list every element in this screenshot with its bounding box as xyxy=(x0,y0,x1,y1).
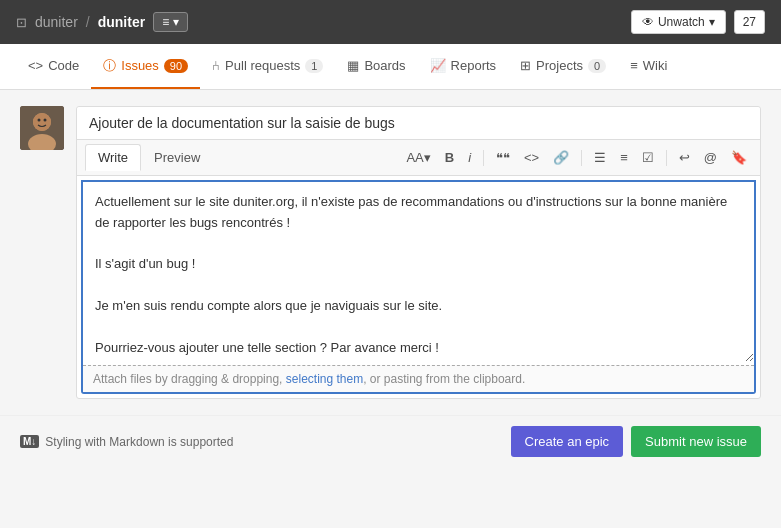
svg-point-4 xyxy=(38,119,41,122)
list-icon: ≡ xyxy=(162,15,169,29)
header: ⊡ duniter / duniter ≡ ▾ Unwatch ▾ 27 xyxy=(0,0,781,44)
undo-icon: ↩ xyxy=(679,150,690,165)
tab-reports-label: Reports xyxy=(451,58,497,73)
italic-button[interactable]: i xyxy=(463,148,476,167)
tab-wiki[interactable]: ≡ Wiki xyxy=(618,44,679,89)
header-actions: Unwatch ▾ 27 xyxy=(631,10,765,34)
attach-area: Attach files by dragging & dropping, sel… xyxy=(83,365,754,392)
bookmark-icon: 🔖 xyxy=(731,150,747,165)
dropdown-chevron-icon: ▾ xyxy=(173,15,179,29)
repo-dropdown-button[interactable]: ≡ ▾ xyxy=(153,12,188,32)
issue-form: Write Preview AA▾ B i ❝❝ xyxy=(76,106,761,399)
bold-icon: B xyxy=(445,150,454,165)
attach-text: Attach files by dragging & dropping, xyxy=(93,372,286,386)
undo-button[interactable]: ↩ xyxy=(674,148,695,167)
ordered-list-icon: ≡ xyxy=(620,150,628,165)
eye-icon xyxy=(642,15,654,29)
ordered-list-button[interactable]: ≡ xyxy=(615,148,633,167)
code-icon: <> xyxy=(524,150,539,165)
preview-tab-label: Preview xyxy=(154,150,200,165)
tab-reports[interactable]: 📈 Reports xyxy=(418,44,509,89)
editor-toolbar: AA▾ B i ❝❝ <> 🔗 xyxy=(401,148,752,167)
tab-issues-label: Issues xyxy=(121,58,159,73)
markdown-icon: M↓ xyxy=(20,435,39,448)
repo-name-link[interactable]: duniter xyxy=(98,14,145,30)
footer-actions: Create an epic Submit new issue xyxy=(511,426,761,457)
link-button[interactable]: 🔗 xyxy=(548,148,574,167)
nav-tabs: <> Code Issues 90 ⑃ Pull requests 1 ▦ Bo… xyxy=(0,44,781,90)
write-tab[interactable]: Write xyxy=(85,144,141,171)
issues-badge: 90 xyxy=(164,59,188,73)
create-epic-button[interactable]: Create an epic xyxy=(511,426,624,457)
code-button[interactable]: <> xyxy=(519,148,544,167)
unordered-list-icon: ☰ xyxy=(594,150,606,165)
footer: M↓ Styling with Markdown is supported Cr… xyxy=(0,415,781,467)
mention-button[interactable]: @ xyxy=(699,148,722,167)
tab-boards[interactable]: ▦ Boards xyxy=(335,44,417,89)
code-icon: <> xyxy=(28,58,43,73)
toolbar-sep-2 xyxy=(581,150,582,166)
issue-title-input[interactable] xyxy=(77,107,760,140)
unordered-list-button[interactable]: ☰ xyxy=(589,148,611,167)
repo-info: ⊡ duniter / duniter ≡ ▾ xyxy=(16,12,188,32)
editor-body: Actuellement sur le site duniter.org, il… xyxy=(81,180,756,394)
italic-icon: i xyxy=(468,150,471,165)
quote-button[interactable]: ❝❝ xyxy=(491,148,515,167)
submit-issue-button[interactable]: Submit new issue xyxy=(631,426,761,457)
projects-badge: 0 xyxy=(588,59,606,73)
issue-body-textarea[interactable]: Actuellement sur le site duniter.org, il… xyxy=(83,182,754,362)
bold-button[interactable]: B xyxy=(440,148,459,167)
font-size-button[interactable]: AA▾ xyxy=(401,148,435,167)
svg-point-5 xyxy=(44,119,47,122)
tab-wiki-label: Wiki xyxy=(643,58,668,73)
footer-markdown-info: M↓ Styling with Markdown is supported xyxy=(20,435,233,449)
font-size-icon: AA▾ xyxy=(406,150,430,165)
quote-icon: ❝❝ xyxy=(496,150,510,165)
tab-pull-requests[interactable]: ⑃ Pull requests 1 xyxy=(200,44,335,89)
repo-icon: ⊡ xyxy=(16,15,27,30)
link-icon: 🔗 xyxy=(553,150,569,165)
toolbar-sep-3 xyxy=(666,150,667,166)
tab-code[interactable]: <> Code xyxy=(16,44,91,89)
tab-projects[interactable]: ⊞ Projects 0 xyxy=(508,44,618,89)
watch-chevron-icon: ▾ xyxy=(709,15,715,29)
svg-point-3 xyxy=(33,113,51,131)
main-content: Write Preview AA▾ B i ❝❝ xyxy=(0,90,781,415)
wiki-icon: ≡ xyxy=(630,58,638,73)
create-epic-label: Create an epic xyxy=(525,434,610,449)
issues-icon xyxy=(103,57,116,75)
mention-icon: @ xyxy=(704,150,717,165)
pr-badge: 1 xyxy=(305,59,323,73)
repo-owner-link[interactable]: duniter xyxy=(35,14,78,30)
reports-icon: 📈 xyxy=(430,58,446,73)
bookmark-button[interactable]: 🔖 xyxy=(726,148,752,167)
tab-issues[interactable]: Issues 90 xyxy=(91,44,200,89)
tab-projects-label: Projects xyxy=(536,58,583,73)
task-list-button[interactable]: ☑ xyxy=(637,148,659,167)
tab-pr-label: Pull requests xyxy=(225,58,300,73)
avatar-image xyxy=(20,106,64,150)
editor-tabs: Write Preview xyxy=(85,144,213,171)
attach-suffix: , or pasting from the clipboard. xyxy=(363,372,525,386)
toolbar-sep-1 xyxy=(483,150,484,166)
preview-tab[interactable]: Preview xyxy=(141,144,213,171)
submit-issue-label: Submit new issue xyxy=(645,434,747,449)
watch-label: Unwatch xyxy=(658,15,705,29)
write-tab-label: Write xyxy=(98,150,128,165)
watch-count: 27 xyxy=(734,10,765,34)
tab-boards-label: Boards xyxy=(364,58,405,73)
attach-link[interactable]: selecting them xyxy=(286,372,363,386)
watch-button[interactable]: Unwatch ▾ xyxy=(631,10,726,34)
editor-tab-bar: Write Preview AA▾ B i ❝❝ xyxy=(77,140,760,176)
task-list-icon: ☑ xyxy=(642,150,654,165)
tab-code-label: Code xyxy=(48,58,79,73)
boards-icon: ▦ xyxy=(347,58,359,73)
markdown-text: Styling with Markdown is supported xyxy=(45,435,233,449)
projects-icon: ⊞ xyxy=(520,58,531,73)
pr-icon: ⑃ xyxy=(212,58,220,73)
user-avatar xyxy=(20,106,64,150)
